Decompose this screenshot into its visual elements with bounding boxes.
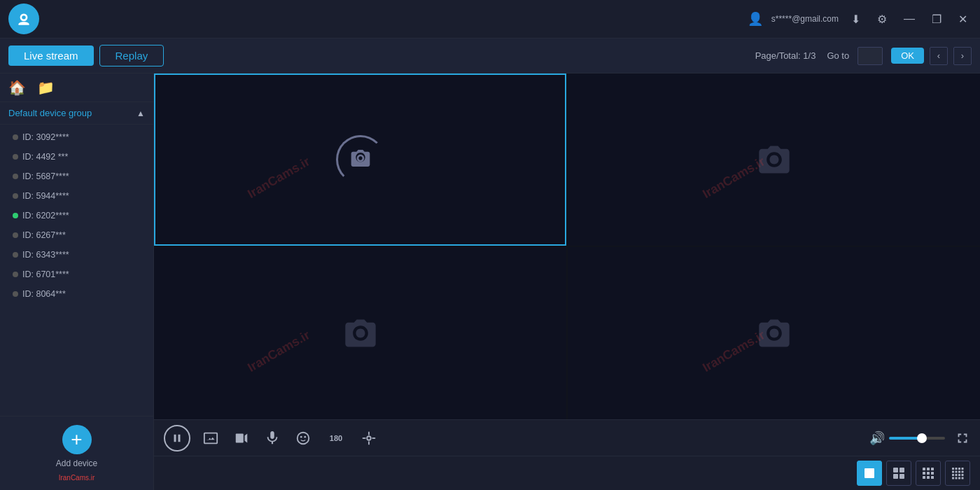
ok-button[interactable]: OK: [891, 48, 924, 64]
svg-point-3: [298, 432, 309, 444]
sidebar-folder-icon[interactable]: 📁: [37, 79, 55, 96]
device-list-item[interactable]: ID: 8064***: [0, 284, 153, 304]
svg-rect-25: [952, 468, 954, 470]
device-id-label: ID: 5687****: [22, 172, 69, 181]
svg-rect-15: [899, 474, 904, 479]
svg-rect-21: [931, 472, 934, 475]
fullscreen-button[interactable]: [955, 430, 970, 446]
svg-rect-16: [923, 468, 925, 470]
app-logo: [8, 4, 39, 34]
camera-icon: [349, 147, 372, 172]
titlebar-left: [8, 4, 39, 34]
svg-rect-35: [958, 474, 960, 476]
sidebar-tabs: 🏠 📁: [0, 74, 153, 102]
live-stream-button[interactable]: Live stream: [8, 46, 94, 66]
svg-point-5: [304, 435, 306, 438]
svg-rect-20: [927, 472, 930, 475]
close-button[interactable]: ✕: [954, 11, 972, 27]
restore-button[interactable]: ❐: [927, 11, 946, 27]
video-cell-3[interactable]: IranCams.ir: [154, 247, 566, 419]
device-group-label: Default device group: [8, 108, 92, 118]
titlebar-right: 👤 s*****@gmail.com ⬇ ⚙ — ❐ ✕: [748, 11, 972, 27]
layout-9-button[interactable]: [916, 461, 941, 486]
svg-rect-2: [236, 433, 244, 442]
camera-icon-2: [756, 141, 792, 178]
device-status-dot: [13, 232, 18, 238]
svg-rect-26: [955, 468, 958, 470]
svg-rect-13: [899, 468, 904, 472]
svg-rect-36: [962, 474, 964, 476]
layout-switcher: [154, 456, 980, 490]
goto-input[interactable]: [858, 47, 883, 65]
camera-icon-3: [342, 315, 379, 351]
svg-rect-31: [958, 471, 960, 473]
replay-button[interactable]: Replay: [99, 45, 164, 66]
minimize-button[interactable]: —: [899, 11, 919, 27]
layout-4-button[interactable]: [886, 461, 911, 486]
toolbar: Live stream Replay Page/Total: 1/3 Go to…: [0, 38, 980, 74]
device-id-label: ID: 8064***: [22, 289, 66, 299]
brand-watermark: IranCams.ir: [59, 474, 95, 482]
device-status-dot: [13, 193, 18, 199]
svg-rect-11: [864, 468, 874, 478]
video-cell-4[interactable]: IranCams.ir: [568, 247, 980, 419]
add-device-button[interactable]: +: [62, 425, 92, 454]
svg-rect-29: [952, 471, 954, 473]
control-bar: 180 🔊: [154, 419, 980, 456]
user-icon: 👤: [748, 11, 763, 27]
watermark-1: IranCams.ir: [245, 154, 312, 202]
mic-button[interactable]: [262, 428, 283, 449]
titlebar: 👤 s*****@gmail.com ⬇ ⚙ — ❐ ✕: [0, 0, 980, 38]
device-status-dot: [13, 291, 18, 297]
device-list-item[interactable]: ID: 3092****: [0, 127, 153, 147]
layout-1-button[interactable]: [857, 461, 882, 486]
svg-rect-12: [893, 468, 898, 472]
device-list-item[interactable]: ID: 6701****: [0, 265, 153, 284]
device-list: ID: 3092****ID: 4492 ***ID: 5687****ID: …: [0, 125, 153, 416]
volume-slider[interactable]: [889, 437, 945, 440]
face-detect-button[interactable]: [293, 428, 314, 449]
svg-rect-24: [931, 476, 934, 479]
device-list-item[interactable]: ID: 4492 ***: [0, 147, 153, 167]
device-list-item[interactable]: ID: 5944****: [0, 186, 153, 206]
video-cell-1[interactable]: IranCams.ir: [154, 74, 566, 246]
device-group-header: Default device group ▲: [0, 102, 153, 125]
svg-rect-37: [952, 477, 954, 479]
prev-page-button[interactable]: ‹: [930, 47, 948, 65]
device-id-label: ID: 3092****: [22, 132, 69, 142]
svg-rect-27: [958, 468, 960, 470]
next-page-button[interactable]: ›: [953, 47, 972, 65]
record-button[interactable]: [231, 428, 252, 449]
camera-icon-4: [756, 315, 792, 351]
svg-rect-38: [955, 477, 958, 479]
goto-label: Go to: [827, 50, 849, 61]
svg-rect-34: [955, 474, 958, 476]
device-status-dot: [13, 252, 18, 258]
svg-rect-40: [962, 477, 964, 479]
device-id-label: ID: 6343****: [22, 250, 69, 260]
settings-button[interactable]: ⚙: [873, 11, 891, 27]
device-list-item[interactable]: ID: 6202****: [0, 206, 153, 225]
svg-rect-14: [893, 474, 898, 479]
svg-point-6: [367, 436, 371, 440]
svg-rect-19: [923, 472, 925, 475]
screenshot-button[interactable]: [200, 428, 221, 449]
crosshair-button[interactable]: [358, 428, 379, 449]
svg-rect-32: [962, 471, 964, 473]
video-cell-2[interactable]: IranCams.ir: [568, 74, 980, 246]
volume-icon: 🔊: [869, 430, 885, 446]
download-button[interactable]: ⬇: [847, 11, 864, 27]
timer-button[interactable]: 180: [323, 428, 349, 449]
device-list-item[interactable]: ID: 6343****: [0, 245, 153, 265]
svg-rect-22: [923, 476, 925, 479]
pause-button[interactable]: [164, 425, 190, 451]
device-status-dot: [13, 134, 18, 140]
sidebar: 🏠 📁 Default device group ▲ ID: 3092****I…: [0, 74, 154, 490]
collapse-arrow-icon[interactable]: ▲: [136, 108, 145, 118]
layout-16-button[interactable]: [945, 461, 970, 486]
sidebar-home-icon[interactable]: 🏠: [8, 79, 26, 96]
device-list-item[interactable]: ID: 5687****: [0, 167, 153, 186]
device-list-item[interactable]: ID: 6267***: [0, 225, 153, 245]
svg-point-4: [300, 435, 302, 438]
svg-point-1: [22, 15, 25, 19]
